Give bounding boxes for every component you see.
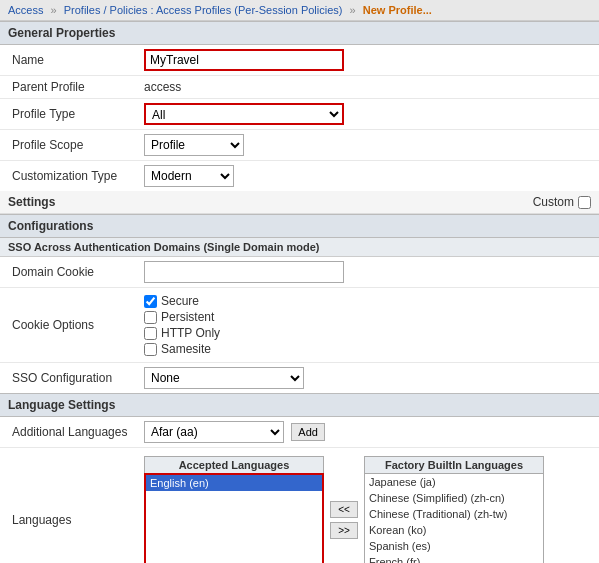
cookie-options-row: Cookie Options Secure Persistent HTTP On… (0, 288, 599, 363)
profile-scope-row: Profile Scope Profile (0, 130, 599, 161)
breadcrumb-access[interactable]: Access (8, 4, 43, 16)
factory-lang-chinese-traditional[interactable]: Chinese (Traditional) (zh-tw) (365, 506, 543, 522)
cookie-options-label: Cookie Options (0, 288, 140, 363)
additional-languages-select[interactable]: Afar (aa) (144, 421, 284, 443)
transfer-left-button[interactable]: << (330, 501, 358, 518)
sso-config-select[interactable]: None (144, 367, 304, 389)
domain-cookie-input[interactable] (144, 261, 344, 283)
cookie-options-value-cell: Secure Persistent HTTP Only Samesite (140, 288, 599, 363)
additional-languages-value-cell: Afar (aa) Add (140, 417, 599, 448)
parent-profile-label: Parent Profile (0, 76, 140, 99)
domain-cookie-value-cell (140, 257, 599, 288)
accepted-languages-container: Accepted Languages English (en) (144, 456, 324, 563)
secure-option[interactable]: Secure (144, 294, 591, 308)
breadcrumb-profiles[interactable]: Profiles / Policies : Access Profiles (P… (64, 4, 343, 16)
factory-lang-japanese[interactable]: Japanese (ja) (365, 474, 543, 490)
customization-type-label: Customization Type (0, 161, 140, 192)
persistent-checkbox[interactable] (144, 311, 157, 324)
profile-type-select[interactable]: All (144, 103, 344, 125)
http-only-checkbox[interactable] (144, 327, 157, 340)
parent-profile-row: Parent Profile access (0, 76, 599, 99)
samesite-option[interactable]: Samesite (144, 342, 591, 356)
factory-lang-french[interactable]: French (fr) (365, 554, 543, 563)
http-only-option[interactable]: HTTP Only (144, 326, 591, 340)
factory-languages-header: Factory BuiltIn Languages (364, 456, 544, 473)
name-label: Name (0, 45, 140, 76)
samesite-label: Samesite (161, 342, 211, 356)
domain-cookie-row: Domain Cookie (0, 257, 599, 288)
secure-checkbox[interactable] (144, 295, 157, 308)
secure-label: Secure (161, 294, 199, 308)
parent-profile-value: access (140, 76, 599, 99)
profile-scope-label: Profile Scope (0, 130, 140, 161)
cookie-options-group: Secure Persistent HTTP Only Samesite (144, 292, 591, 358)
general-properties-header: General Properties (0, 21, 599, 45)
sso-header: SSO Across Authentication Domains (Singl… (0, 238, 599, 257)
profile-type-row: Profile Type All (0, 99, 599, 130)
configurations-section: Configurations SSO Across Authentication… (0, 214, 599, 393)
persistent-label: Persistent (161, 310, 214, 324)
accepted-languages-header: Accepted Languages (144, 456, 324, 473)
custom-area: Custom (533, 195, 591, 209)
sso-config-row: SSO Configuration None (0, 363, 599, 394)
languages-label: Languages (0, 448, 140, 564)
persistent-option[interactable]: Persistent (144, 310, 591, 324)
factory-lang-chinese-simplified[interactable]: Chinese (Simplified) (zh-cn) (365, 490, 543, 506)
language-settings-section: Language Settings Additional Languages A… (0, 393, 599, 563)
samesite-checkbox[interactable] (144, 343, 157, 356)
profile-scope-select[interactable]: Profile (144, 134, 244, 156)
additional-languages-row: Additional Languages Afar (aa) Add (0, 417, 599, 448)
accepted-lang-english[interactable]: English (en) (146, 475, 322, 491)
sso-config-value-cell: None (140, 363, 599, 394)
customization-type-value-cell: Modern (140, 161, 599, 192)
profile-scope-value-cell: Profile (140, 130, 599, 161)
settings-section: Settings Custom (0, 191, 599, 214)
factory-languages-container: Factory BuiltIn Languages Japanese (ja) … (364, 456, 544, 563)
language-settings-header: Language Settings (0, 393, 599, 417)
factory-languages-list[interactable]: Japanese (ja) Chinese (Simplified) (zh-c… (364, 473, 544, 563)
language-area: Accepted Languages English (en) << >> Fa… (144, 452, 591, 563)
add-language-button[interactable]: Add (291, 423, 325, 441)
accepted-languages-list[interactable]: English (en) (144, 473, 324, 563)
profile-type-label: Profile Type (0, 99, 140, 130)
custom-label: Custom (533, 195, 574, 209)
customization-type-select[interactable]: Modern (144, 165, 234, 187)
languages-row: Languages Accepted Languages English (en… (0, 448, 599, 564)
custom-checkbox[interactable] (578, 196, 591, 209)
transfer-buttons: << >> (330, 456, 358, 563)
name-row: Name (0, 45, 599, 76)
breadcrumb: Access » Profiles / Policies : Access Pr… (0, 0, 599, 21)
settings-label: Settings (8, 195, 55, 209)
configurations-header: Configurations (0, 214, 599, 238)
general-properties-section: General Properties Name Parent Profile a… (0, 21, 599, 191)
name-value-cell (140, 45, 599, 76)
customization-type-row: Customization Type Modern (0, 161, 599, 192)
sso-table: Domain Cookie Cookie Options Secure Pers… (0, 257, 599, 393)
name-input[interactable] (144, 49, 344, 71)
language-settings-table: Additional Languages Afar (aa) Add Langu… (0, 417, 599, 563)
breadcrumb-current: New Profile... (363, 4, 432, 16)
factory-lang-spanish[interactable]: Spanish (es) (365, 538, 543, 554)
general-properties-table: Name Parent Profile access Profile Type … (0, 45, 599, 191)
transfer-right-button[interactable]: >> (330, 522, 358, 539)
domain-cookie-label: Domain Cookie (0, 257, 140, 288)
http-only-label: HTTP Only (161, 326, 220, 340)
sso-config-label: SSO Configuration (0, 363, 140, 394)
languages-value-cell: Accepted Languages English (en) << >> Fa… (140, 448, 599, 564)
additional-languages-label: Additional Languages (0, 417, 140, 448)
profile-type-value-cell: All (140, 99, 599, 130)
factory-lang-korean[interactable]: Korean (ko) (365, 522, 543, 538)
